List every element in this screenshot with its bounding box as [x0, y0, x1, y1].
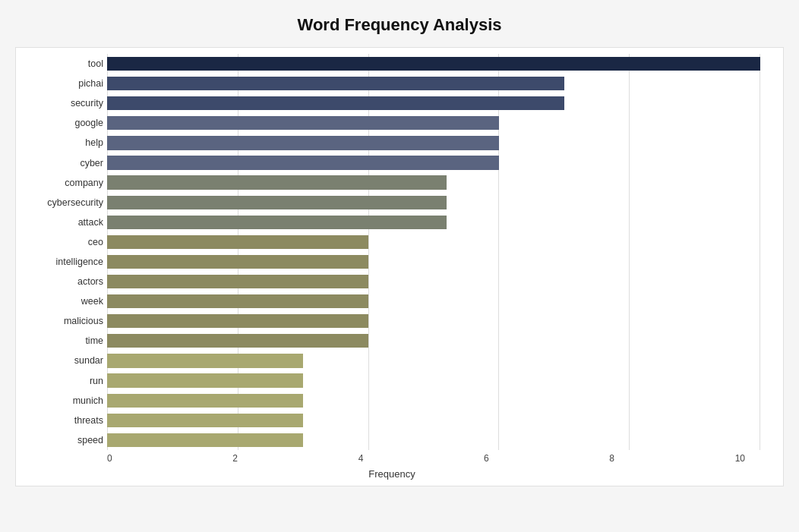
bar-row: security — [107, 93, 760, 113]
bar — [107, 156, 499, 169]
chart-title: Word Frequency Analysis — [15, 15, 784, 35]
bar-row: sundar — [107, 351, 760, 370]
bar — [107, 96, 564, 110]
bar-row: ceo — [107, 232, 760, 252]
bar — [107, 196, 447, 209]
x-tick: 8 — [609, 453, 614, 464]
bar — [107, 433, 303, 447]
x-axis: 0246810 — [24, 453, 760, 464]
bar-row: time — [107, 331, 760, 351]
bar-label: time — [24, 335, 103, 346]
bar-row: pichai — [107, 74, 760, 93]
bar — [107, 116, 499, 130]
bar-label: cyber — [24, 158, 103, 168]
bar-label: pichai — [24, 78, 103, 89]
bar — [107, 414, 303, 427]
bar-row: cyber — [107, 153, 760, 172]
bar-row: malicious — [107, 311, 760, 331]
bar-row: help — [107, 133, 760, 153]
bar-row: week — [107, 291, 760, 311]
x-tick: 6 — [484, 453, 489, 464]
x-tick: 0 — [107, 453, 112, 464]
bar-label: security — [24, 98, 103, 109]
bar-label: company — [24, 178, 103, 188]
bar-row: threats — [107, 411, 760, 430]
bar-row: tool — [107, 54, 760, 74]
bar-label: munich — [24, 395, 103, 406]
x-tick: 4 — [358, 453, 364, 464]
bar — [107, 394, 303, 408]
chart-container: Word Frequency Analysis toolpichaisecuri… — [0, 0, 799, 532]
bar-label: intelligence — [24, 257, 103, 267]
bar-row: google — [107, 113, 760, 133]
bar-label: attack — [24, 217, 103, 228]
bar-label: sundar — [24, 355, 103, 366]
bar-row: run — [107, 371, 760, 391]
bar — [107, 235, 368, 249]
bar — [107, 77, 564, 90]
bar-row: speed — [107, 430, 760, 450]
x-axis-label: Frequency — [24, 468, 760, 480]
bar-label: google — [24, 118, 103, 128]
bar-label: threats — [24, 415, 103, 426]
bar — [107, 275, 368, 288]
bar-label: help — [24, 137, 103, 148]
bar — [107, 354, 303, 367]
bar — [107, 216, 447, 229]
bar-row: company — [107, 173, 760, 193]
bar — [107, 136, 499, 150]
bar-row: intelligence — [107, 252, 760, 272]
bar-row: actors — [107, 272, 760, 291]
bar-row: attack — [107, 212, 760, 232]
bar — [107, 334, 368, 348]
x-tick: 10 — [735, 453, 745, 464]
bar-label: tool — [24, 58, 103, 69]
bar — [107, 294, 368, 308]
bar-label: ceo — [24, 237, 103, 247]
bar-label: actors — [24, 276, 103, 287]
bar — [107, 255, 368, 269]
bar — [107, 175, 447, 189]
bar — [107, 314, 368, 328]
bar-label: malicious — [24, 316, 103, 326]
bar-label: speed — [24, 435, 103, 445]
bar-label: run — [24, 376, 103, 386]
bar-label: cybersecurity — [24, 197, 103, 208]
bar-row: munich — [107, 391, 760, 411]
bar-label: week — [24, 296, 103, 307]
bars-section: toolpichaisecuritygooglehelpcybercompany… — [24, 54, 760, 450]
bar — [107, 57, 760, 71]
bar-row: cybersecurity — [107, 193, 760, 212]
bar — [107, 373, 303, 387]
x-tick: 2 — [232, 453, 238, 464]
